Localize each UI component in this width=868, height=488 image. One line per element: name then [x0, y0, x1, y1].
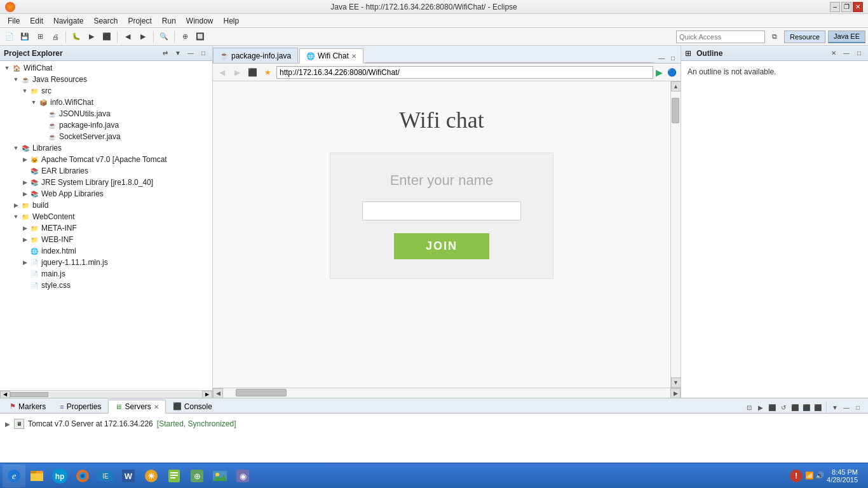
- tree-item-build[interactable]: ▶ 📁 build: [0, 200, 212, 211]
- tab-wifi-chat[interactable]: 🌐 Wifi Chat ✕: [299, 48, 363, 64]
- editor-minimize-btn[interactable]: —: [656, 53, 667, 63]
- perspective-javaee[interactable]: Java EE: [828, 30, 865, 43]
- tree-item-socketserver[interactable]: ▶ ☕ SocketServer.java: [0, 131, 212, 142]
- tree-item-wifichat[interactable]: ▼ 🏠 WifiChat: [0, 62, 212, 74]
- taskbar-notepad-icon[interactable]: [163, 464, 186, 487]
- minimize-panel-button[interactable]: —: [186, 48, 196, 58]
- menu-navigate[interactable]: Navigate: [48, 15, 88, 27]
- taskbar-word-icon[interactable]: W: [117, 464, 140, 487]
- tree-item-tomcat[interactable]: ▶ 🐱 Apache Tomcat v7.0 [Apache Tomcat: [0, 154, 212, 165]
- tree-item-libraries[interactable]: ▼ 📚 Libraries: [0, 142, 212, 154]
- tree-item-index[interactable]: ▶ 🌐 index.html: [0, 245, 212, 257]
- maximize-panel-button[interactable]: □: [198, 48, 208, 58]
- eclipse-nav-button[interactable]: 🔵: [665, 66, 678, 79]
- browser-horizontal-scrollbar[interactable]: ◀ ▶: [213, 388, 681, 398]
- expand-jquery-arrow[interactable]: ▶: [20, 259, 29, 266]
- scroll-thumb-y[interactable]: [672, 98, 679, 123]
- menu-project[interactable]: Project: [123, 15, 156, 27]
- taskbar-ie2-icon[interactable]: IE: [94, 464, 117, 487]
- tab-properties[interactable]: ≡ Properties: [53, 399, 108, 413]
- expand-webcontent-arrow[interactable]: ▼: [11, 214, 20, 220]
- run-ext[interactable]: ⬛: [100, 30, 114, 44]
- tab-markers[interactable]: ⚑ Markers: [3, 399, 53, 413]
- tree-item-src[interactable]: ▼ 📁 src: [0, 85, 212, 97]
- server-expand-arrow[interactable]: ▶: [5, 421, 10, 428]
- taskbar-app3-icon[interactable]: ◉: [231, 464, 254, 487]
- bottom-tb-4[interactable]: ↺: [778, 402, 789, 412]
- outline-close-btn[interactable]: ✕: [829, 48, 839, 58]
- url-input[interactable]: [276, 66, 653, 79]
- editor-maximize-btn[interactable]: □: [668, 53, 678, 63]
- tree-item-jsonutils[interactable]: ▶ ☕ JSONUtils.java: [0, 108, 212, 119]
- taskbar-app2-icon[interactable]: ⊕: [186, 464, 208, 487]
- servers-tab-close[interactable]: ✕: [154, 403, 159, 410]
- scroll-right-arrow[interactable]: ▶: [670, 388, 681, 398]
- back-button[interactable]: ◀: [215, 66, 228, 79]
- expand-tomcat-arrow[interactable]: ▶: [20, 156, 29, 163]
- perspective-resource[interactable]: Resource: [784, 30, 825, 43]
- scroll-down-arrow[interactable]: ▼: [671, 377, 681, 388]
- browser-vertical-scrollbar[interactable]: ▲ ▼: [670, 81, 681, 388]
- collapse-all-button[interactable]: ▼: [173, 48, 183, 58]
- search-btn[interactable]: 🔍: [157, 30, 171, 44]
- sync-button[interactable]: ⇄: [160, 48, 170, 58]
- tree-item-webinf[interactable]: ▶ 📁 WEB-INF: [0, 234, 212, 245]
- taskbar-firefox-icon[interactable]: [71, 464, 94, 487]
- bottom-tb-minimize[interactable]: —: [841, 402, 851, 412]
- tab-console[interactable]: ⬛ Console: [166, 399, 219, 413]
- quick-access-input[interactable]: [676, 30, 765, 43]
- scroll-left-arrow[interactable]: ◀: [213, 388, 223, 398]
- perspective-icon-1[interactable]: ⧉: [768, 30, 782, 44]
- forward-button[interactable]: ▶: [231, 66, 243, 79]
- menu-file[interactable]: File: [3, 15, 25, 27]
- bottom-tb-maximize[interactable]: □: [853, 402, 863, 412]
- expand-webinf-arrow[interactable]: ▶: [20, 236, 29, 243]
- tree-item-stylecss[interactable]: ▶ 📄 style.css: [0, 280, 212, 291]
- stop-button[interactable]: ⬛: [246, 66, 259, 79]
- print-button[interactable]: 🖨: [48, 30, 62, 44]
- tree-item-jquery[interactable]: ▶ 📄 jquery-1.11.1.min.js: [0, 257, 212, 268]
- taskbar-app1-icon[interactable]: ☀: [140, 464, 163, 487]
- tree-item-packageinfo[interactable]: ▶ ☕ package-info.java: [0, 119, 212, 131]
- tab-package-info[interactable]: ☕ package-info.java: [213, 48, 298, 63]
- hscroll-left[interactable]: ◀: [0, 391, 10, 398]
- favorites-button[interactable]: ★: [261, 66, 274, 79]
- go-button[interactable]: ▶: [656, 67, 663, 78]
- bottom-tb-collapse[interactable]: ▼: [830, 402, 840, 412]
- new-view[interactable]: 🔲: [193, 30, 207, 44]
- tree-item-javaresources[interactable]: ▼ ☕ Java Resources: [0, 74, 212, 85]
- expand-libraries-arrow[interactable]: ▼: [11, 145, 20, 151]
- navigate-prev[interactable]: ◀: [121, 30, 135, 44]
- bottom-tb-5[interactable]: ⬛: [790, 402, 800, 412]
- navigate-next[interactable]: ▶: [136, 30, 150, 44]
- menu-window[interactable]: Window: [181, 15, 219, 27]
- open-perspective[interactable]: ⊕: [178, 30, 192, 44]
- expand-src-arrow[interactable]: ▼: [20, 88, 29, 94]
- bottom-tb-2[interactable]: ▶: [756, 402, 766, 412]
- run-debug[interactable]: 🐛: [69, 30, 83, 44]
- save-all-button[interactable]: ⊞: [33, 30, 47, 44]
- tree-item-webapp-libs[interactable]: ▶ 📚 Web App Libraries: [0, 188, 212, 200]
- expand-package-arrow[interactable]: ▼: [29, 99, 38, 105]
- hscroll-right[interactable]: ▶: [202, 391, 212, 398]
- save-button[interactable]: 💾: [18, 30, 32, 44]
- expand-javaresources-arrow[interactable]: ▼: [11, 76, 20, 83]
- project-explorer-hscroll[interactable]: ◀ ▶: [0, 390, 212, 398]
- menu-help[interactable]: Help: [219, 15, 245, 27]
- scroll-up-arrow[interactable]: ▲: [671, 81, 681, 92]
- join-button[interactable]: JOIN: [394, 233, 489, 259]
- new-button[interactable]: 📄: [3, 30, 17, 44]
- menu-edit[interactable]: Edit: [25, 15, 48, 27]
- run-last[interactable]: ▶: [85, 30, 98, 44]
- taskbar-hp-icon[interactable]: hp: [48, 464, 71, 487]
- taskbar-ie-icon[interactable]: e: [3, 464, 25, 487]
- outline-maximize-btn[interactable]: □: [854, 48, 864, 58]
- close-button[interactable]: ✕: [853, 2, 863, 12]
- taskbar-explorer-icon[interactable]: [25, 464, 48, 487]
- scroll-thumb-x[interactable]: [236, 389, 287, 396]
- menu-run[interactable]: Run: [157, 15, 181, 27]
- bottom-tb-1[interactable]: ⊡: [744, 402, 754, 412]
- tree-item-metainf[interactable]: ▶ 📁 META-INF: [0, 222, 212, 234]
- expand-jre-arrow[interactable]: ▶: [20, 179, 29, 186]
- tab-close-wifi-chat[interactable]: ✕: [351, 53, 356, 60]
